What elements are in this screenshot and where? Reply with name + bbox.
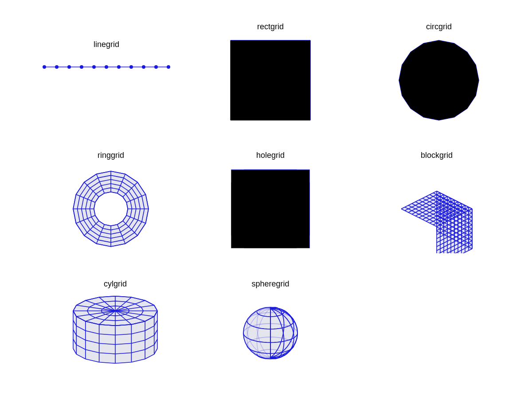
svg-point-11: [167, 65, 170, 69]
fig-circgrid: [390, 36, 488, 125]
grid-gallery: linegrid rectgrid circgrid ring: [0, 0, 532, 400]
svg-marker-67: [399, 40, 479, 120]
cell-blockgrid: blockgrid: [386, 151, 488, 253]
label-ringgrid: ringgrid: [62, 151, 160, 160]
cell-linegrid: linegrid: [35, 40, 177, 80]
svg-point-5: [92, 65, 96, 69]
svg-point-1: [43, 65, 46, 69]
svg-point-2: [55, 65, 59, 69]
svg-point-6: [105, 65, 108, 69]
fig-blockgrid: [386, 165, 488, 253]
cell-cylgrid: cylgrid: [62, 279, 168, 382]
svg-point-8: [129, 65, 133, 69]
label-spheregrid: spheregrid: [226, 279, 315, 289]
fig-ringgrid: [62, 165, 160, 253]
svg-point-7: [117, 65, 121, 69]
svg-point-9: [142, 65, 145, 69]
fig-cylgrid: [62, 293, 168, 382]
cell-spheregrid: spheregrid: [226, 279, 315, 373]
fig-holegrid: [222, 165, 319, 253]
cell-circgrid: circgrid: [390, 22, 488, 125]
svg-point-10: [154, 65, 158, 69]
fig-rectgrid: [222, 36, 319, 125]
cell-ringgrid: ringgrid: [62, 151, 160, 253]
label-rectgrid: rectgrid: [222, 22, 319, 31]
label-linegrid: linegrid: [35, 40, 177, 49]
svg-rect-100: [231, 170, 309, 248]
cell-rectgrid: rectgrid: [222, 22, 319, 125]
svg-rect-35: [231, 40, 310, 120]
label-holegrid: holegrid: [222, 151, 319, 160]
label-circgrid: circgrid: [390, 22, 488, 31]
fig-spheregrid: [226, 293, 315, 373]
cell-holegrid: holegrid: [222, 151, 319, 253]
svg-point-4: [80, 65, 83, 69]
label-cylgrid: cylgrid: [62, 279, 168, 289]
fig-linegrid: [35, 54, 177, 80]
svg-point-3: [67, 65, 71, 69]
label-blockgrid: blockgrid: [386, 151, 488, 160]
